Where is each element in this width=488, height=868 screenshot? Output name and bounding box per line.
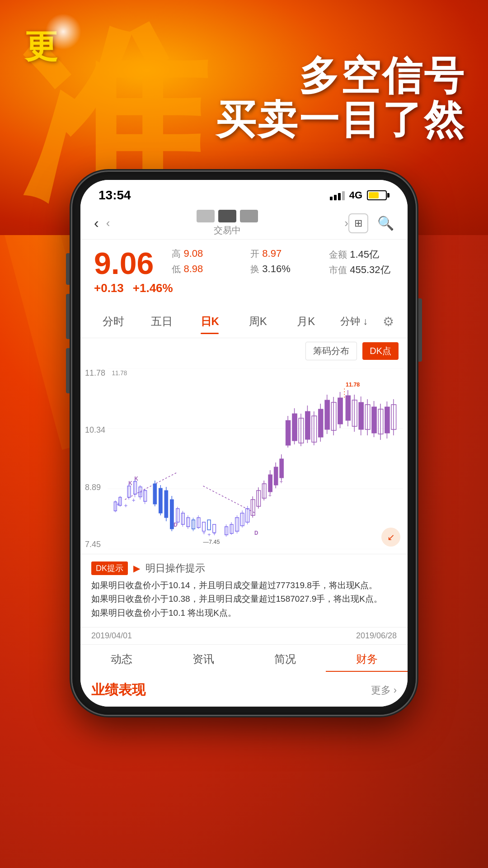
mktcap-label: 市值 (329, 265, 347, 275)
turnover-value: 3.16% (262, 263, 290, 274)
candlestick-icon[interactable]: ⊞ (348, 213, 368, 233)
stock-data-section: 9.06 高 9.08 开 8.97 金额 1.45亿 (80, 240, 408, 305)
svg-text:+: + (116, 501, 120, 508)
network-type: 4G (349, 189, 362, 201)
svg-text:T: T (139, 491, 142, 497)
tab-zixun[interactable]: 资讯 (162, 645, 244, 672)
turnover-label: 换 (250, 264, 259, 274)
svg-rect-45 (207, 520, 211, 530)
svg-rect-42 (197, 518, 200, 528)
chart-dates: 2019/04/01 2019/06/28 (80, 627, 408, 644)
tab-wu-ri[interactable]: 五日 (138, 310, 186, 333)
stat-mktcap: 市值 455.32亿 (329, 263, 394, 277)
nav-prev-arrow[interactable]: ‹ (106, 216, 110, 230)
chart-toolbar: 筹码分布 DK点 (80, 338, 408, 364)
y-label-top: 11.78 (85, 368, 105, 378)
dk-point-btn[interactable]: DK点 (362, 342, 399, 360)
dk-arrow-icon: ▶ (133, 563, 140, 574)
side-button-vol-down (66, 348, 70, 393)
settings-icon[interactable]: ⚙ (378, 314, 399, 329)
banner-text-container: 多空信号 买卖一目了然 (216, 54, 465, 142)
amount-label: 金额 (329, 250, 347, 259)
svg-text:11.78: 11.78 (346, 381, 360, 388)
stock-name-box-1 (197, 210, 215, 222)
dk-hint-title: DK提示 ▶ 明日操作提示 (91, 561, 397, 575)
chip-distribution-btn[interactable]: 筹码分布 (305, 342, 357, 360)
nav-icons: ⊞ 🔍 (348, 213, 394, 233)
biz-more-label: 更多 (371, 684, 391, 697)
tab-yue-k[interactable]: 月K (282, 310, 330, 333)
date-end: 2019/06/28 (356, 631, 397, 641)
status-icons: 4G (330, 189, 389, 201)
chart-tabs: 分时 五日 日K 周K 月K 分钟 ↓ ⚙ (80, 305, 408, 338)
svg-rect-54 (230, 524, 233, 533)
tab-dongtai[interactable]: 动态 (80, 645, 162, 672)
dk-title-text: 明日操作提示 (145, 561, 205, 575)
side-button-power (418, 298, 422, 362)
dk-hint-section: DK提示 ▶ 明日操作提示 如果明日收盘价小于10.14，并且明日成交量超过77… (80, 554, 408, 627)
tab-fen-zhong[interactable]: 分钟 ↓ (330, 310, 379, 333)
tab-ri-k[interactable]: 日K (186, 310, 234, 333)
tab-caiwu[interactable]: 财务 (326, 645, 408, 672)
stock-name-box-2 (218, 210, 236, 222)
svg-text:D: D (254, 530, 258, 536)
stock-name-box-3 (240, 210, 258, 222)
tab-jiankuang[interactable]: 简况 (244, 645, 326, 672)
dk-badge: DK提示 (91, 561, 128, 575)
amount-value: 1.45亿 (350, 249, 379, 260)
chart-y-labels: 11.78 10.34 8.89 7.45 (85, 368, 105, 549)
search-icon[interactable]: 🔍 (377, 215, 394, 231)
stat-low: 低 8.98 (172, 263, 237, 277)
status-time: 13:54 (99, 188, 131, 203)
svg-text:+: + (207, 531, 211, 538)
nav-next-arrow[interactable]: › (344, 216, 348, 230)
stat-amount: 金额 1.45亿 (329, 248, 394, 261)
chart-canvas: 11.78 (108, 368, 403, 549)
dk-hint-line1: 如果明日收盘价小于10.14，并且明日成交量超过777319.8手，将出现K点。 (91, 579, 397, 592)
tab-zhou-k[interactable]: 周K (234, 310, 282, 333)
svg-text:+: + (132, 497, 136, 504)
low-value: 8.98 (183, 263, 203, 274)
banner-line1: 多空信号 (216, 54, 465, 98)
biz-more-btn[interactable]: 更多 › (371, 684, 397, 697)
tab-fen-shi[interactable]: 分时 (89, 310, 138, 333)
svg-line-5 (125, 472, 177, 500)
phone-mockup: 13:54 4G (72, 172, 416, 715)
stat-open: 开 8.97 (250, 248, 315, 261)
change-pct: +1.46% (133, 281, 173, 295)
open-label: 开 (250, 249, 259, 259)
stock-name-boxes (197, 210, 258, 222)
status-bar: 13:54 4G (80, 180, 408, 207)
svg-text:+: + (124, 502, 128, 509)
high-value: 9.08 (183, 248, 203, 259)
stock-price: 9.06 (94, 248, 154, 278)
biz-title: 业绩表现 (91, 681, 145, 699)
dk-hint-line2: 如果明日收盘价小于10.38，并且明日成交量超过1587027.9手，将出现K点… (91, 592, 397, 606)
nav-center: 交易中 (110, 210, 344, 236)
svg-rect-12 (127, 486, 131, 497)
svg-text:11.78: 11.78 (112, 370, 127, 377)
svg-text:+: + (268, 492, 272, 499)
side-button-mute (66, 253, 70, 285)
banner-line2: 买卖一目了然 (216, 98, 465, 142)
nav-bar: ‹ ‹ 交易中 › ⊞ 🔍 (80, 207, 408, 240)
signal-bars-icon (330, 190, 345, 200)
svg-rect-52 (225, 527, 228, 535)
side-button-vol-up (66, 294, 70, 339)
battery-icon (367, 190, 389, 200)
date-start: 2019/04/01 (91, 631, 132, 641)
trade-status: 交易中 (214, 224, 241, 236)
stat-high: 高 9.08 (172, 248, 237, 261)
expand-chart-button[interactable]: ↙ (381, 528, 400, 547)
dk-hint-content: 如果明日收盘价小于10.14，并且明日成交量超过777319.8手，将出现K点。… (91, 579, 397, 620)
y-label-bottom: 7.45 (85, 540, 105, 549)
svg-text:D: D (174, 522, 177, 528)
y-label-mid1: 10.34 (85, 425, 105, 435)
chart-area: 11.78 10.34 8.89 7.45 11.78 (80, 364, 408, 554)
open-value: 8.97 (262, 248, 282, 259)
bottom-tabs: 动态 资讯 简况 财务 (80, 644, 408, 672)
chevron-right-icon: › (394, 684, 397, 696)
low-label: 低 (172, 264, 181, 274)
svg-text:+: + (202, 529, 206, 536)
back-button[interactable]: ‹ (94, 215, 99, 231)
